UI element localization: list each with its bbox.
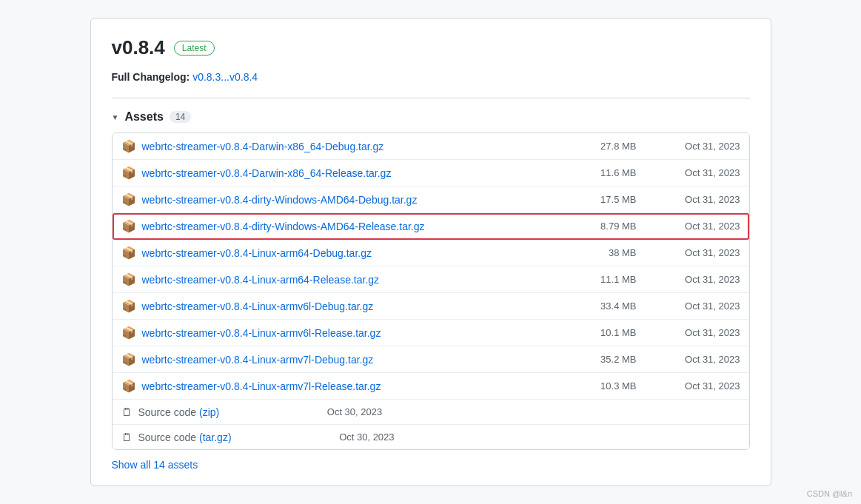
asset-link[interactable]: webrtc-streamer-v0.8.4-Linux-armv6l-Rele… — [142, 327, 577, 339]
asset-size: 38 MB — [577, 247, 637, 258]
source-icon: 🗒 — [121, 406, 133, 418]
asset-date: Oct 31, 2023 — [666, 167, 740, 178]
asset-size: 33.4 MB — [577, 300, 637, 312]
assets-count-badge: 14 — [170, 111, 191, 123]
asset-date: Oct 31, 2023 — [666, 274, 740, 285]
source-icon: 🗒 — [121, 431, 133, 443]
table-row: 🗒 Source code (zip) Oct 30, 2023 — [113, 400, 749, 425]
asset-link[interactable]: webrtc-streamer-v0.8.4-Linux-armv7l-Debu… — [142, 354, 577, 366]
source-label: Source code (zip) — [138, 406, 220, 418]
asset-size: 35.2 MB — [577, 354, 637, 365]
archive-icon: 📦 — [121, 272, 136, 286]
show-all-assets-link[interactable]: Show all 14 assets — [112, 459, 198, 471]
table-row: 📦 webrtc-streamer-v0.8.4-dirty-Windows-A… — [113, 187, 749, 213]
asset-date: Oct 30, 2023 — [308, 406, 382, 417]
assets-section: ▼ Assets 14 📦 webrtc-streamer-v0.8.4-Dar… — [112, 110, 750, 471]
table-row-highlighted: 📦 webrtc-streamer-v0.8.4-dirty-Windows-A… — [113, 213, 749, 240]
asset-date: Oct 31, 2023 — [666, 247, 740, 258]
latest-badge: Latest — [174, 41, 215, 56]
changelog-line: Full Changelog: v0.8.3...v0.8.4 — [112, 71, 750, 83]
asset-size: 11.1 MB — [577, 274, 637, 285]
asset-link[interactable]: webrtc-streamer-v0.8.4-dirty-Windows-AMD… — [142, 194, 577, 206]
archive-icon: 📦 — [121, 299, 136, 313]
archive-icon: 📦 — [121, 352, 136, 366]
asset-date: Oct 30, 2023 — [321, 431, 395, 443]
archive-icon: 📦 — [121, 326, 136, 340]
asset-size: 10.3 MB — [577, 380, 637, 392]
watermark: CSDN @l&n — [807, 489, 852, 498]
changelog-link[interactable]: v0.8.3...v0.8.4 — [192, 71, 258, 83]
archive-icon: 📦 — [121, 166, 136, 180]
archive-icon: 📦 — [121, 379, 136, 393]
table-row: 📦 webrtc-streamer-v0.8.4-Linux-arm64-Rel… — [113, 266, 749, 293]
table-row: 📦 webrtc-streamer-v0.8.4-Darwin-x86_64-D… — [113, 133, 749, 160]
asset-link[interactable]: webrtc-streamer-v0.8.4-Darwin-x86_64-Deb… — [142, 141, 577, 152]
asset-date: Oct 31, 2023 — [666, 194, 740, 205]
table-row: 📦 webrtc-streamer-v0.8.4-Darwin-x86_64-R… — [113, 160, 749, 187]
asset-link[interactable]: webrtc-streamer-v0.8.4-Darwin-x86_64-Rel… — [142, 167, 577, 179]
section-divider — [112, 98, 750, 98]
asset-size: 27.8 MB — [577, 141, 637, 152]
table-row: 🗒 Source code (tar.gz) Oct 30, 2023 — [113, 425, 749, 449]
table-row: 📦 webrtc-streamer-v0.8.4-Linux-armv7l-Re… — [113, 373, 749, 400]
archive-icon: 📦 — [121, 219, 136, 233]
archive-icon: 📦 — [121, 139, 136, 153]
table-row: 📦 webrtc-streamer-v0.8.4-Linux-armv6l-Re… — [113, 320, 749, 346]
asset-link[interactable]: webrtc-streamer-v0.8.4-Linux-armv7l-Rele… — [142, 380, 577, 392]
assets-header: ▼ Assets 14 — [112, 110, 750, 124]
asset-date: Oct 31, 2023 — [666, 327, 740, 338]
asset-link[interactable]: webrtc-streamer-v0.8.4-Linux-arm64-Relea… — [142, 274, 577, 286]
asset-size: 10.1 MB — [577, 327, 637, 338]
changelog-label: Full Changelog: — [112, 71, 190, 83]
assets-title: Assets — [124, 110, 163, 124]
archive-icon: 📦 — [121, 246, 136, 260]
triangle-icon: ▼ — [112, 113, 119, 121]
source-label: Source code (tar.gz) — [138, 431, 232, 443]
asset-date: Oct 31, 2023 — [666, 300, 740, 312]
asset-date: Oct 31, 2023 — [666, 354, 740, 365]
release-header: v0.8.4 Latest — [112, 36, 750, 59]
asset-size: 17.5 MB — [577, 194, 637, 205]
asset-link-highlighted[interactable]: webrtc-streamer-v0.8.4-dirty-Windows-AMD… — [142, 221, 577, 232]
asset-date: Oct 31, 2023 — [666, 221, 740, 232]
asset-date: Oct 31, 2023 — [666, 141, 740, 152]
asset-size: 11.6 MB — [577, 167, 637, 178]
source-targz-link[interactable]: (tar.gz) — [199, 431, 232, 443]
release-container: v0.8.4 Latest Full Changelog: v0.8.3...v… — [90, 18, 771, 486]
table-row: 📦 webrtc-streamer-v0.8.4-Linux-arm64-Deb… — [113, 240, 749, 266]
archive-icon: 📦 — [121, 192, 136, 206]
assets-list: 📦 webrtc-streamer-v0.8.4-Darwin-x86_64-D… — [112, 132, 750, 450]
asset-link[interactable]: webrtc-streamer-v0.8.4-Linux-arm64-Debug… — [142, 247, 577, 259]
table-row: 📦 webrtc-streamer-v0.8.4-Linux-armv7l-De… — [113, 346, 749, 373]
asset-size: 8.79 MB — [577, 221, 637, 232]
table-row: 📦 webrtc-streamer-v0.8.4-Linux-armv6l-De… — [113, 293, 749, 320]
asset-link[interactable]: webrtc-streamer-v0.8.4-Linux-armv6l-Debu… — [142, 300, 577, 312]
release-version: v0.8.4 — [112, 36, 165, 59]
asset-date: Oct 31, 2023 — [666, 380, 740, 392]
source-zip-link[interactable]: (zip) — [199, 406, 219, 418]
